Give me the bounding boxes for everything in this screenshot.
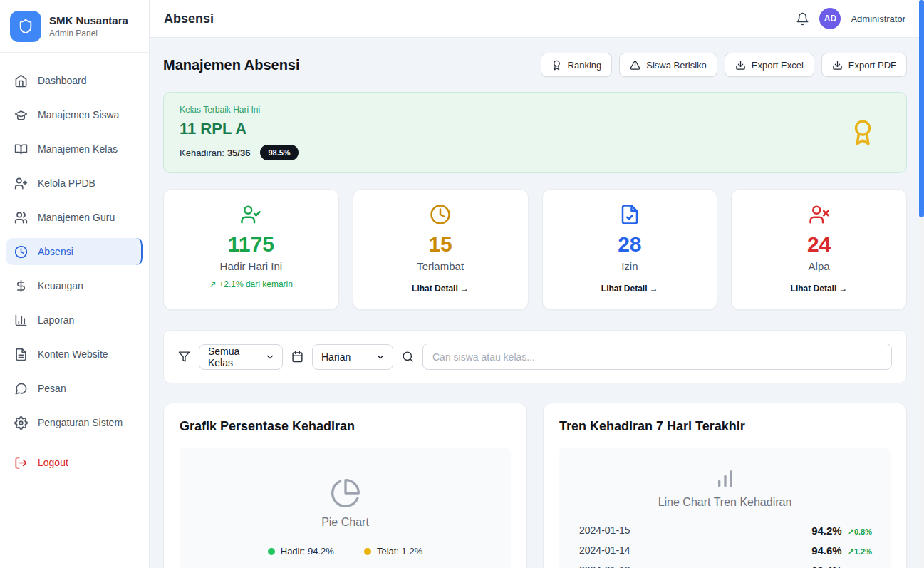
sidebar-item-manajemen-siswa[interactable]: Manajemen Siswa [6, 101, 143, 128]
scrollbar-thumb[interactable] [919, 0, 924, 217]
users-icon [14, 211, 28, 224]
pie-chart-icon [330, 477, 361, 509]
download-icon [735, 60, 746, 71]
topbar-title: Absensi [164, 11, 214, 26]
best-class-name: 11 RPL A [180, 120, 299, 138]
ranking-button[interactable]: Ranking [541, 53, 613, 77]
stat-card-alpa: 24 Alpa Lihat Detail → [731, 189, 907, 310]
topbar: Absensi AD Administrator [150, 0, 924, 38]
stat-card-terlambat: 15 Terlambat Lihat Detail → [353, 189, 529, 310]
filter-icon [178, 351, 190, 363]
export-excel-button[interactable]: Export Excel [725, 53, 814, 77]
ranking-button-label: Ranking [568, 60, 602, 71]
app-subtitle: Admin Panel [49, 29, 128, 38]
sidebar-item-pengaturan-sistem[interactable]: Pengaturan Sistem [6, 409, 143, 436]
legend-dot-amber [364, 548, 371, 555]
sidebar-item-manajemen-guru[interactable]: Manajemen Guru [6, 204, 143, 231]
sidebar-item-pesan[interactable]: Pesan [6, 375, 143, 402]
pie-chart-placeholder-label: Pie Chart [321, 516, 369, 529]
sidebar-item-keuangan[interactable]: Keuangan [6, 272, 143, 299]
sidebar: SMK Nusantara Admin Panel Dashboard Mana… [0, 0, 150, 568]
sidebar-item-manajemen-kelas[interactable]: Manajemen Kelas [6, 135, 143, 162]
stat-trend: ↗ +2.1% dari kemarin [175, 279, 327, 289]
trend-chart-panel: Line Chart Tren Kehadiran 2024-01-15 94.… [559, 448, 891, 568]
page-title: Manajemen Absensi [163, 57, 300, 73]
sidebar-item-konten-website[interactable]: Konten Website [6, 341, 143, 368]
alert-triangle-icon [630, 60, 640, 71]
calendar-icon [291, 351, 303, 363]
file-check-icon [619, 204, 640, 225]
sidebar-item-label: Keuangan [38, 280, 83, 291]
export-excel-button-label: Export Excel [752, 60, 804, 71]
stat-label: Alpa [743, 260, 895, 272]
page-content: Manajemen Absensi Ranking Siswa Berisiko… [150, 38, 924, 568]
sidebar-item-kelola-ppdb[interactable]: Kelola PPDB [6, 170, 143, 197]
trend-value: 94.2% [811, 525, 842, 537]
filter-bar: Semua Kelas Harian [163, 330, 907, 383]
trend-chart-card: Tren Kehadiran 7 Hari Terakhir Line Char… [543, 403, 907, 568]
stat-label: Izin [554, 260, 706, 272]
app-window: SMK Nusantara Admin Panel Dashboard Mana… [0, 0, 924, 568]
clock-icon [430, 204, 451, 225]
sidebar-item-label: Logout [38, 457, 68, 468]
trend-chart-placeholder-label: Line Chart Tren Kehadiran [658, 496, 792, 509]
attendance-percent-badge: 98.5% [260, 145, 298, 160]
stat-value: 24 [743, 232, 895, 257]
class-select[interactable]: Semua Kelas [199, 344, 283, 370]
chevron-down-icon [375, 352, 385, 362]
app-logo: SMK Nusantara Admin Panel [0, 0, 149, 53]
sidebar-item-absensi[interactable]: Absensi [6, 238, 143, 265]
period-select-value: Harian [321, 351, 351, 363]
stat-value: 1175 [175, 232, 327, 257]
lihat-detail-link[interactable]: Lihat Detail → [743, 284, 895, 294]
chevron-down-icon [265, 352, 275, 362]
sidebar-item-label: Manajemen Guru [38, 212, 115, 223]
stat-label: Terlambat [365, 260, 516, 272]
export-pdf-button[interactable]: Export PDF [821, 53, 907, 77]
trend-date: 2024-01-13 [579, 564, 630, 568]
legend-dot-green [268, 548, 275, 555]
best-class-banner: Kelas Terbaik Hari Ini 11 RPL A Kehadira… [163, 92, 907, 173]
legend-label: Hadir: 94.2% [281, 546, 334, 557]
pie-chart-card: Grafik Persentase Kehadiran Pie Chart Ha… [163, 403, 527, 568]
download-icon [832, 60, 843, 71]
pie-chart-panel: Pie Chart Hadir: 94.2% Telat: 1.2% [180, 448, 511, 568]
lihat-detail-link[interactable]: Lihat Detail → [365, 284, 516, 294]
trend-value: 94.6% [811, 544, 842, 557]
avatar[interactable]: AD [819, 8, 841, 29]
trend-date: 2024-01-15 [579, 525, 630, 536]
lihat-detail-link[interactable]: Lihat Detail → [554, 284, 706, 294]
app-title: SMK Nusantara [49, 14, 128, 26]
book-open-icon [14, 143, 28, 156]
award-icon [551, 60, 562, 71]
sidebar-item-laporan[interactable]: Laporan [6, 306, 143, 334]
siswa-berisiko-button[interactable]: Siswa Berisiko [619, 53, 717, 77]
trend-change-up: ↗1.2% [848, 547, 872, 557]
best-class-label: Kelas Terbaik Hari Ini [180, 105, 299, 115]
page-header: Manajemen Absensi Ranking Siswa Berisiko… [163, 53, 907, 77]
trend-row: 2024-01-14 94.6% ↗1.2% [572, 540, 878, 560]
search-icon [402, 351, 414, 363]
period-select[interactable]: Harian [312, 344, 393, 370]
logout-icon [14, 456, 28, 470]
sidebar-item-label: Manajemen Siswa [38, 109, 119, 120]
trend-change-up: ↗0.8% [848, 527, 872, 537]
trend-chart-title: Tren Kehadiran 7 Hari Terakhir [559, 419, 891, 434]
sidebar-item-dashboard[interactable]: Dashboard [6, 67, 143, 94]
file-text-icon [14, 348, 28, 361]
pie-chart-title: Grafik Persentase Kehadiran [180, 419, 511, 434]
sidebar-item-label: Pengaturan Sistem [38, 417, 123, 428]
scrollbar-track[interactable] [919, 0, 924, 568]
notification-bell-button[interactable] [796, 12, 809, 26]
sidebar-item-label: Laporan [38, 314, 74, 326]
search-input[interactable] [422, 344, 892, 370]
user-x-icon [809, 204, 830, 225]
medal-icon [849, 119, 876, 146]
stat-label: Hadir Hari Ini [175, 260, 327, 272]
shield-logo-icon [10, 11, 41, 42]
chart-cards: Grafik Persentase Kehadiran Pie Chart Ha… [163, 403, 907, 568]
header-actions: Ranking Siswa Berisiko Export Excel Expo… [541, 53, 907, 77]
attendance-label: Kehadiran: [180, 148, 224, 158]
sidebar-item-logout[interactable]: Logout [6, 449, 143, 476]
trend-row: 2024-01-15 94.2% ↗0.8% [572, 520, 878, 540]
